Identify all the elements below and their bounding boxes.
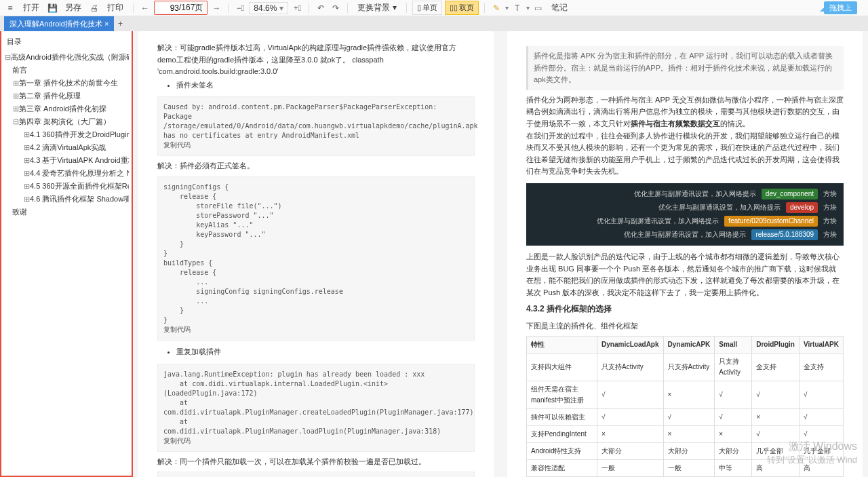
code-block: java.lang.RuntimeException: plugin has a… bbox=[157, 364, 475, 452]
tree-item[interactable]: ⊞第三章 Android插件化初探 bbox=[4, 102, 129, 115]
note-icon[interactable]: ▭ bbox=[532, 2, 545, 14]
text-icon[interactable]: T bbox=[511, 2, 524, 14]
tab-bar: 深入理解Android插件化技术 × + bbox=[0, 16, 868, 31]
paragraph: 插件化分为两种形态，一种插件与宿主 APP 无交互例如微信与微信小程序，一种插件… bbox=[526, 94, 844, 130]
tab-add-icon[interactable]: + bbox=[114, 16, 126, 31]
upload-button[interactable]: 拖拽上 bbox=[824, 1, 857, 14]
toolbar: ≡ 打开 💾 另存 🖨 打印 ← /167页 → −⃝ 84.6% ▾ +⃝ ↶… bbox=[0, 0, 868, 16]
tree-item[interactable]: 致谢 bbox=[4, 206, 129, 218]
menu-icon[interactable]: ≡ bbox=[4, 2, 16, 14]
paragraph: 解决：可能gradle插件版本过高，VirtualApk的构建原理与gradle… bbox=[157, 42, 475, 78]
tree-item[interactable]: 前言 bbox=[4, 64, 129, 77]
bg-button[interactable]: 更换背景 ▾ bbox=[353, 1, 400, 15]
note-button[interactable]: 笔记 bbox=[547, 1, 572, 15]
main: 目录 ⊟高级Android插件化强化实战（附源码） 前言 ⊞第一章 插件化技术的… bbox=[0, 31, 868, 477]
zoom-in-icon[interactable]: +⃝ bbox=[291, 2, 303, 14]
tree-item[interactable]: ⊞4.4 爱奇艺插件化原理分析之 Neptun bbox=[4, 167, 129, 180]
zoom-select[interactable]: 84.6% ▾ bbox=[249, 2, 288, 14]
code-block: signingConfigs { release { storeFile fil… bbox=[157, 176, 475, 341]
tree-root[interactable]: ⊟高级Android插件化强化实战（附源码） bbox=[4, 51, 129, 64]
outline-tree: ⊟高级Android插件化强化实战（附源码） 前言 ⊞第一章 插件化技术的前世今… bbox=[4, 51, 129, 218]
tab-label: 深入理解Android插件化技术 × bbox=[9, 19, 108, 29]
page-viewport[interactable]: 解决：可能gradle插件版本过高，VirtualApk的构建原理与gradle… bbox=[133, 31, 868, 477]
open-button[interactable]: 打开 bbox=[19, 1, 43, 15]
heading-432: 4.3.2 插件化框架的选择 bbox=[526, 303, 844, 316]
bullet-item: 插件未签名 bbox=[176, 78, 475, 93]
page-box: /167页 bbox=[154, 1, 208, 15]
bullet-item: 重复加载插件 bbox=[176, 345, 475, 360]
tree-item[interactable]: ⊞第一章 插件化技术的前世今生 bbox=[4, 77, 129, 90]
highlight-icon[interactable]: ✎ bbox=[490, 2, 502, 14]
git-branches-image: 优化主屏与副屏通讯设置，加入网络提示dev_component方块优化主屏与副屏… bbox=[526, 183, 844, 246]
blockquote: 插件化是指将 APK 分为宿主和插件的部分，在 APP 运行时，我们可以动态的载… bbox=[526, 46, 844, 90]
page-left: 解决：可能gradle插件版本过高，VirtualApk的构建原理与gradle… bbox=[138, 31, 494, 477]
code-block: val hasLoaded = PluginManager.getInstanc… bbox=[157, 472, 475, 477]
tree-item[interactable]: ⊞4.6 腾讯插件化框架 Shadow项目解析 bbox=[4, 193, 129, 206]
tree-item[interactable]: ⊞4.5 360开源全面插件化框架RePlugin bbox=[4, 180, 129, 193]
rotate-ccw-icon[interactable]: ↶ bbox=[315, 2, 327, 14]
sidebar-header: 目录 bbox=[4, 35, 129, 48]
rotate-cw-icon[interactable]: ↷ bbox=[330, 2, 342, 14]
tree-item[interactable]: ⊞第二章 插件化原理 bbox=[4, 90, 129, 102]
paragraph: 在我们开发的过程中，往往会碰到多人协作进行模块化的开发，我们期望能够独立运行自己… bbox=[526, 130, 844, 178]
page-total: /167页 bbox=[179, 2, 203, 14]
print-icon[interactable]: 🖨 bbox=[88, 2, 100, 14]
page-input[interactable] bbox=[159, 3, 179, 13]
single-page-button[interactable]: ▯单页 bbox=[412, 1, 442, 15]
paragraph: 解决：插件必须有正式签名。 bbox=[157, 160, 475, 172]
tree-item[interactable]: ⊞4.2 滴滴VirtualApk实战 bbox=[4, 141, 129, 154]
code-block: Caused by: android.content.pm.PackagePar… bbox=[157, 96, 475, 156]
paragraph: 上图是一款人脸识别产品的迭代记录，由于上线的各个城市都有细微的逻辑差别，导致每次… bbox=[526, 251, 844, 299]
save-icon[interactable]: 💾 bbox=[46, 2, 58, 14]
page-next-icon[interactable]: → bbox=[210, 2, 222, 14]
tree-item[interactable]: ⊟第四章 架构演化（大厂篇） bbox=[4, 115, 129, 128]
zoom-out-icon[interactable]: −⃝ bbox=[234, 2, 246, 14]
saveas-button[interactable]: 另存 bbox=[61, 1, 85, 15]
tree-item[interactable]: ⊞4.3 基于VirtualAPK Android重构之插 bbox=[4, 154, 129, 167]
tab-document[interactable]: 深入理解Android插件化技术 × bbox=[4, 16, 114, 31]
tree-item[interactable]: ⊞4.1 360插件开发之DroidPlugin bbox=[4, 128, 129, 141]
paragraph: 解决：同一个插件只能加载一次，可以在加载某个插件前校验一遍是否已加载过。 bbox=[157, 456, 475, 468]
watermark: 激活 Windows 转到"设置"以激活 Wind bbox=[767, 440, 857, 466]
page-prev-icon[interactable]: ← bbox=[139, 2, 151, 14]
print-button[interactable]: 打印 bbox=[103, 1, 127, 15]
double-page-button[interactable]: ▯▯双页 bbox=[445, 1, 479, 15]
sidebar-outline: 目录 ⊟高级Android插件化强化实战（附源码） 前言 ⊞第一章 插件化技术的… bbox=[0, 31, 133, 477]
paragraph: 下图是主流的插件化、组件化框架 bbox=[526, 320, 844, 332]
page-right: 插件化是指将 APK 分为宿主和插件的部分，在 APP 运行时，我们可以动态的载… bbox=[507, 31, 863, 477]
